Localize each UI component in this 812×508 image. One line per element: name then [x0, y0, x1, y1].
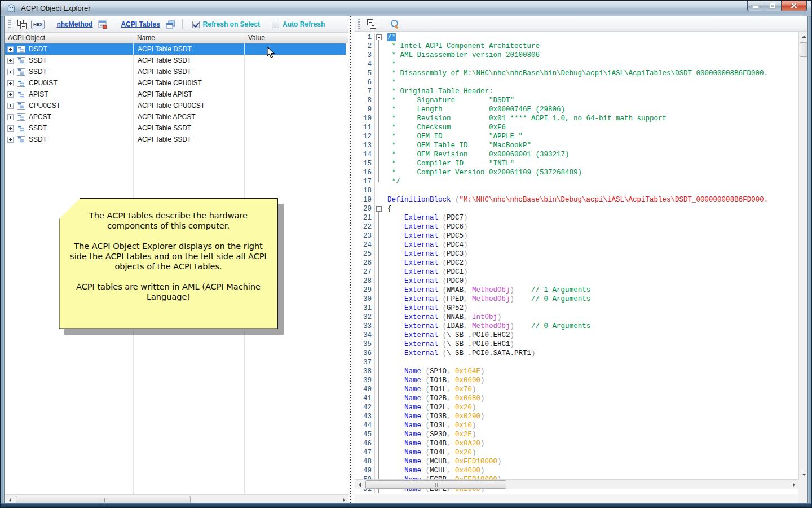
maximize-button[interactable]: [764, 1, 781, 11]
code-line: 21 External (PDC7): [355, 213, 768, 222]
fold-marker[interactable]: [375, 33, 383, 42]
title-bar[interactable]: ACPI Object Explorer: [1, 1, 812, 16]
editor-horizontal-scrollbar[interactable]: [355, 479, 798, 489]
code-line: 48 Name (MCHB, 0xFED10000): [355, 457, 768, 466]
fold-marker: [375, 231, 383, 240]
panel-splitter[interactable]: [348, 16, 355, 504]
line-number: 8: [355, 96, 375, 105]
acpi-tables-button[interactable]: [164, 19, 177, 30]
line-number: 1: [355, 33, 375, 42]
expand-icon[interactable]: [7, 125, 14, 132]
table-row[interactable]: CPU0CST ACPI Table CPU0CST: [5, 100, 346, 111]
line-number: 38: [355, 367, 375, 376]
fold-marker: [375, 277, 383, 286]
nhc-method-link[interactable]: nhcMethod: [56, 20, 92, 28]
code-text: External (IDAB, MethodObj) // 0 Argument…: [383, 322, 590, 331]
expand-icon[interactable]: [7, 46, 14, 52]
code-text: Name (IO2B, 0x0680): [383, 394, 485, 403]
expand-icon[interactable]: [7, 114, 14, 120]
minimize-button[interactable]: [747, 1, 764, 11]
scrollbar-thumb[interactable]: [365, 480, 506, 489]
toolbar-separator: [383, 19, 383, 29]
fold-marker[interactable]: [375, 204, 383, 213]
fold-marker: [375, 222, 383, 231]
expand-icon[interactable]: [7, 103, 14, 109]
left-toolbar: HEX nhcMethod ACPI Tables: [5, 16, 348, 33]
line-number: 48: [355, 457, 375, 466]
acpi-table-icon: [17, 102, 25, 110]
scroll-right-button[interactable]: [789, 480, 798, 489]
code-line: 26 External (PDC2): [355, 259, 768, 268]
toolbar-grip[interactable]: [358, 19, 360, 29]
code-text: Name (IO4L, 0x20): [383, 448, 476, 457]
nhc-method-button[interactable]: [96, 19, 109, 30]
expand-icon[interactable]: [7, 58, 14, 64]
line-number: 39: [355, 376, 375, 385]
search-button[interactable]: [389, 17, 401, 30]
code-line: 47 Name (IO4L, 0x20): [355, 448, 768, 457]
auto-refresh-checkbox[interactable]: [272, 21, 279, 28]
table-row[interactable]: SSDT ACPI Table SSDT: [5, 66, 346, 77]
code-text: External (\_SB_.PCI0.SATA.PRT1): [383, 349, 536, 358]
column-header-acpi-object[interactable]: ACPI Object: [5, 33, 133, 43]
code-text: Name (IO3L, 0x10): [383, 421, 476, 430]
arrow-left-icon: [9, 498, 11, 502]
line-number: 13: [355, 141, 375, 150]
toolbar-grip[interactable]: [8, 20, 11, 29]
auto-refresh-label: Auto Refresh: [283, 20, 325, 28]
tree-item-name: ACPI Table SSDT: [133, 124, 244, 132]
refresh-on-select-option[interactable]: Refresh on Select: [192, 20, 260, 28]
fold-marker: [375, 96, 383, 105]
code-line: 43 Name (IO3B, 0x0290): [355, 412, 768, 421]
close-button[interactable]: [781, 1, 807, 11]
scroll-left-button[interactable]: [355, 480, 364, 489]
line-number: 29: [355, 286, 375, 295]
code-line: 33 External (IDAB, MethodObj) // 0 Argum…: [355, 322, 768, 331]
note-paragraph: The ACPI tables describe the hardware co…: [67, 211, 270, 231]
code-text: Name (IO1B, 0x0600): [383, 376, 485, 385]
expand-collapse-all-button[interactable]: [15, 18, 28, 30]
expand-icon[interactable]: [7, 91, 14, 98]
table-row[interactable]: SSDT ACPI Table SSDT: [5, 134, 346, 145]
expand-collapse-icon: [367, 19, 376, 28]
code-line: 8 * Signature "DSDT": [355, 96, 768, 105]
auto-refresh-option[interactable]: Auto Refresh: [272, 20, 325, 28]
code-line: 7 * Original Table Header:: [355, 87, 768, 96]
column-header-value[interactable]: Value: [244, 33, 348, 43]
code-line: 15 * Compiler ID "INTL": [355, 159, 768, 168]
code-line: 1 /*: [355, 33, 768, 42]
code-text: External (PDC6): [383, 222, 468, 231]
table-row[interactable]: APCST ACPI Table APCST: [5, 111, 346, 122]
expand-icon[interactable]: [7, 80, 14, 86]
line-number: 12: [355, 132, 375, 141]
code-text: *: [383, 78, 396, 87]
table-row[interactable]: CPU0IST ACPI Table CPU0IST: [5, 77, 346, 89]
code-editor[interactable]: 1 /* 2 * Intel ACPI Component Architectu…: [355, 32, 798, 494]
code-line: 13 * OEM Table ID "MacBookP": [355, 141, 768, 150]
fold-marker: [375, 394, 383, 403]
refresh-on-select-checkbox[interactable]: [192, 21, 200, 28]
line-number: 20: [355, 204, 375, 213]
line-number: 35: [355, 340, 375, 349]
hex-view-button[interactable]: HEX: [31, 20, 45, 29]
expand-icon[interactable]: [7, 137, 14, 143]
table-row[interactable]: DSDT ACPI Table DSDT: [5, 43, 346, 55]
column-header-name[interactable]: Name: [133, 33, 244, 43]
table-row[interactable]: SSDT ACPI Table SSDT: [5, 122, 346, 134]
code-line: 36 External (\_SB_.PCI0.SATA.PRT1): [355, 349, 768, 358]
line-number: 25: [355, 249, 375, 259]
tree-item-label: SSDT: [29, 124, 47, 132]
expand-collapse-all-button[interactable]: [365, 17, 378, 30]
code-line: 9 * Length 0x0000746E (29806): [355, 105, 768, 114]
line-number: 47: [355, 448, 375, 457]
line-number: 15: [355, 159, 375, 168]
acpi-tables-link[interactable]: ACPI Tables: [121, 20, 160, 28]
app-window: ACPI Object Explorer HEX nhcMethod: [0, 0, 812, 508]
toolbar-separator: [182, 19, 183, 29]
expand-icon[interactable]: [7, 69, 14, 75]
acpi-table-icon: [17, 113, 25, 121]
line-number: 37: [355, 358, 375, 367]
table-row[interactable]: SSDT ACPI Table SSDT: [5, 55, 346, 66]
code-text: * Disassembly of M:\NHC\nhc\nhcBase\bin\…: [383, 69, 768, 78]
table-row[interactable]: APIST ACPI Table APIST: [5, 89, 346, 100]
